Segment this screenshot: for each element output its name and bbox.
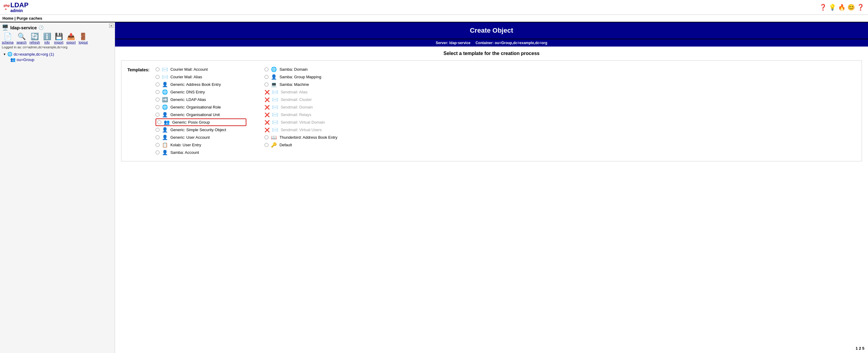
refresh-label[interactable]: refresh [30, 40, 40, 44]
logo-ldap: LDAP [10, 2, 28, 8]
courier-mail-account-label: Courier Mail: Account [170, 67, 208, 72]
sendmail-cluster-label: Sendmail: Cluster [281, 97, 312, 102]
templates-box: Templates: ✉️ Courier Mail: Account [121, 61, 862, 162]
org-role-icon: 🌐 [162, 104, 168, 110]
home-link[interactable]: Home [2, 16, 13, 21]
posix-group-label: Generic: Posix Group [172, 120, 210, 125]
schema-button[interactable]: 📄 schema [2, 33, 13, 44]
server-value: ldap-service [449, 41, 470, 45]
tree-expand-icon: ▼ [3, 52, 6, 56]
address-book-radio[interactable] [156, 82, 159, 86]
search-button[interactable]: 🔍 search [17, 33, 27, 44]
top-icons: ❓ 💡 🔥 😊 ❓ [819, 4, 864, 11]
template-row: ➡️ Generic: LDAP Alias [156, 96, 247, 103]
template-row: 📋 Kolab: User Entry [156, 141, 247, 149]
simple-security-icon: 👤 [162, 127, 168, 133]
ou-label[interactable]: ou=Group [17, 58, 34, 62]
samba-machine-label: Samba: Machine [279, 82, 309, 87]
samba-domain-radio[interactable] [265, 67, 269, 71]
templates-outer: Templates: ✉️ Courier Mail: Account [127, 66, 856, 156]
sendmail-virtual-domain-icon: ✉️ [272, 119, 278, 125]
schema-label[interactable]: schema [2, 40, 13, 44]
org-role-radio[interactable] [156, 105, 159, 109]
template-row: 🌐 Generic: Organisational Role [156, 103, 247, 111]
select-template-title: Select a template for the creation proce… [115, 46, 868, 61]
tree-root[interactable]: ▼ 🌐 dc=example,dc=org (1) [3, 51, 113, 57]
logo-admin: admin [10, 8, 28, 13]
simple-security-radio[interactable] [156, 128, 159, 132]
sendmail-cluster-error-icon: ❌ [265, 97, 270, 102]
create-object-subheader: Server: ldap-service Container: ou=Group… [115, 39, 868, 46]
courier-mail-account-radio[interactable] [156, 67, 159, 71]
default-label: Default [279, 143, 292, 147]
fire-icon[interactable]: 🔥 [838, 4, 846, 11]
sendmail-cluster-icon: ✉️ [272, 97, 278, 102]
kolab-user-radio[interactable] [156, 143, 159, 147]
info-button[interactable]: ℹ️ info [43, 33, 51, 44]
logout-button[interactable]: 🚪 logout [79, 33, 88, 44]
export-icon: 📤 [67, 33, 75, 40]
refresh-button[interactable]: 🔄 refresh [30, 33, 40, 44]
sendmail-alias-error-icon: ❌ [265, 90, 270, 95]
search-label[interactable]: search [17, 40, 27, 44]
page-indicator: 1 2 5 [856, 346, 864, 351]
samba-machine-icon: 💻 [271, 81, 277, 87]
template-row: 💻 Samba: Machine [265, 81, 337, 88]
samba-account-radio[interactable] [156, 150, 159, 154]
sendmail-relays-icon: ✉️ [272, 112, 278, 117]
kolab-user-label: Kolab: User Entry [170, 143, 201, 147]
samba-account-label: Samba: Account [170, 150, 199, 155]
main-layout: + 🖥️ ldap-service 🕐 📄 schema 🔍 search 🔄 … [0, 22, 868, 353]
sendmail-relays-row: ❌ ✉️ Sendmail: Relays [265, 111, 337, 118]
bulb-icon[interactable]: 💡 [829, 4, 836, 11]
export-button[interactable]: 📤 export [66, 33, 76, 44]
purge-link[interactable]: Purge caches [17, 16, 42, 21]
logo: php + LDAP admin [4, 2, 28, 13]
samba-group-mapping-icon: 👤 [271, 74, 277, 80]
content-area: Create Object Server: ldap-service Conta… [115, 22, 868, 353]
ldap-alias-radio[interactable] [156, 98, 159, 102]
import-label[interactable]: import [54, 40, 64, 44]
dns-entry-radio[interactable] [156, 90, 159, 94]
export-label[interactable]: export [66, 40, 76, 44]
template-row: 🌐 Generic: DNS Entry [156, 88, 247, 96]
org-unit-radio[interactable] [156, 113, 159, 117]
container-value: ou=Group,dc=example,dc=org [495, 41, 548, 45]
schema-icon: 📄 [4, 33, 12, 40]
user-account-label: Generic: User Account [170, 135, 210, 140]
smiley-icon[interactable]: 😊 [847, 4, 855, 11]
sendmail-virtual-users-label: Sendmail: Virtual Users [281, 128, 322, 132]
posix-group-radio[interactable] [157, 120, 161, 124]
refresh-icon: 🔄 [31, 33, 39, 40]
help-icon[interactable]: ❓ [819, 4, 827, 11]
logo-php: php [4, 4, 10, 7]
logged-in-text: Logged in as: cn=admin,dc=example,dc=org [2, 45, 113, 49]
template-row: 👤 Samba: Group Mapping [265, 73, 337, 81]
address-book-label: Generic: Address Book Entry [170, 82, 221, 87]
ou-group-node[interactable]: 👥 ou=Group [10, 57, 113, 62]
info-label[interactable]: info [44, 40, 50, 44]
user-account-radio[interactable] [156, 135, 159, 139]
sendmail-virtual-domain-row: ❌ ✉️ Sendmail: Virtual Domain [265, 118, 337, 126]
templates-label: Templates: [127, 66, 156, 156]
sendmail-domain-row: ❌ ✉️ Sendmail: Domain [265, 103, 337, 111]
samba-group-mapping-radio[interactable] [265, 75, 269, 79]
template-row: 👤 Samba: Account [156, 149, 247, 156]
sendmail-cluster-row: ❌ ✉️ Sendmail: Cluster [265, 96, 337, 103]
nav-separator: | [14, 16, 17, 21]
template-row: ✉️ Courier Mail: Account [156, 66, 247, 73]
simple-security-label: Generic: Simple Security Object [170, 128, 226, 132]
import-button[interactable]: 💾 import [54, 33, 64, 44]
thunderbird-radio[interactable] [265, 135, 269, 139]
courier-mail-alias-radio[interactable] [156, 75, 159, 79]
default-radio[interactable] [265, 143, 269, 147]
samba-domain-label: Samba: Domain [279, 67, 308, 72]
sidebar-expand-button[interactable]: + [109, 24, 114, 28]
question-icon[interactable]: ❓ [857, 4, 864, 11]
sendmail-alias-icon: ✉️ [272, 89, 278, 95]
dns-entry-icon: 🌐 [162, 89, 168, 95]
logout-label[interactable]: logout [79, 40, 88, 44]
samba-machine-radio[interactable] [265, 82, 269, 86]
dc-label[interactable]: dc=example,dc=org (1) [13, 52, 54, 57]
org-unit-icon: 👤 [162, 112, 168, 117]
